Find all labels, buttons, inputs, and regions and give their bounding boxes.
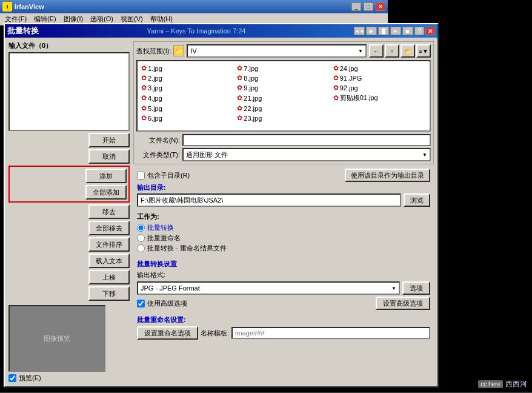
- file-item[interactable]: ✿91.JPG: [332, 73, 427, 82]
- app-min-btn[interactable]: _: [351, 2, 361, 11]
- media-next-btn[interactable]: ►: [390, 27, 401, 35]
- dialog-help-btn[interactable]: ?: [414, 27, 424, 35]
- dialog-titlebar: 批量转换 Yanni – Keys To Imagination 7:24 ◄◄…: [5, 24, 437, 38]
- format-arrow-icon: ▼: [391, 286, 396, 291]
- current-folder-text: IV: [190, 47, 196, 55]
- nav-new-folder-btn[interactable]: 📂: [401, 44, 415, 58]
- btn-sort-row: 文件排序: [8, 237, 130, 252]
- file-item[interactable]: ✿21.jpg: [236, 93, 331, 103]
- file-item: [332, 104, 427, 113]
- use-advanced-label: 使用高级选项: [147, 299, 187, 308]
- use-as-output-button[interactable]: 使用该目录作为输出目录: [345, 169, 430, 182]
- nav-view-btn[interactable]: ≡▼: [416, 44, 431, 58]
- start-button[interactable]: 开始: [88, 133, 130, 147]
- radio-batch-rename-label: 批量重命名: [147, 233, 181, 243]
- media-prev-btn[interactable]: ◄◄: [354, 27, 365, 35]
- sort-button[interactable]: 文件排序: [88, 237, 130, 252]
- file-item[interactable]: ✿5.jpg: [140, 104, 235, 113]
- add-button[interactable]: 添加: [85, 169, 127, 183]
- nav-back-btn[interactable]: ←: [369, 44, 384, 58]
- dialog-music: Yanni – Keys To Imagination 7:24: [39, 27, 354, 35]
- format-label: 输出格式:: [137, 271, 165, 278]
- include-subdir-checkbox[interactable]: [137, 172, 145, 180]
- file-item[interactable]: ✿4.jpg: [140, 93, 235, 103]
- radio-batch-rename-input[interactable]: [137, 234, 145, 242]
- file-item[interactable]: ✿1.jpg: [140, 64, 235, 73]
- input-files-title: 输入文件（0）: [8, 41, 130, 50]
- filename-input[interactable]: [182, 134, 431, 146]
- btn-cancel-row: 取消: [8, 149, 130, 164]
- subdir-check-group: 包含子目录(R): [137, 171, 190, 180]
- nav-buttons: ← ↑ 📂 ≡▼: [369, 44, 431, 58]
- browse-button[interactable]: 浏览: [404, 193, 430, 207]
- use-advanced-checkbox[interactable]: [137, 300, 145, 307]
- filetype-select[interactable]: 通用图形 文件 ▼: [182, 148, 431, 161]
- include-subdir-label: 包含子目录(R): [147, 171, 190, 180]
- radio-batch-convert-rename-label: 批量转换 - 重命名结果文件: [147, 244, 227, 253]
- nav-up-btn[interactable]: ↑: [385, 44, 399, 58]
- btn-remove-all-row: 全部移去: [8, 221, 130, 235]
- image-preview-area: 图像预览: [8, 305, 105, 372]
- advanced-settings-button[interactable]: 设置高级选项: [376, 297, 430, 310]
- file-item[interactable]: ✿92.jpg: [332, 83, 427, 92]
- app-close-btn[interactable]: ✕: [376, 2, 385, 11]
- app-title: IrfanView: [15, 3, 349, 10]
- btn-remove-row: 移去: [8, 204, 130, 219]
- filename-label: 文件名(N):: [136, 136, 180, 145]
- cancel-button[interactable]: 取消: [88, 149, 130, 164]
- file-item[interactable]: ✿6.jpg: [140, 113, 235, 123]
- radio-batch-convert: 批量转换: [137, 223, 430, 232]
- batch-settings-title: 批量转换设置: [137, 260, 430, 269]
- output-dir-row: 浏览: [137, 193, 430, 207]
- work-title: 工作为:: [137, 212, 430, 221]
- dropdown-arrow-icon: ▼: [358, 49, 363, 54]
- dialog-title: 批量转换: [7, 25, 39, 36]
- right-panel: 查找范围(I): 📁 IV ▼ ← ↑ 📂 ≡▼: [133, 41, 434, 383]
- filename-row: 文件名(N):: [136, 134, 431, 146]
- file-item[interactable]: ✿24.jpg: [332, 64, 427, 73]
- file-item[interactable]: ✿23.jpg: [236, 113, 331, 123]
- filetype-arrow-icon: ▼: [422, 152, 427, 158]
- file-item[interactable]: ✿22.jpg: [236, 104, 331, 113]
- app-icon: I: [2, 2, 12, 12]
- batch-dialog: 批量转换 Yanni – Keys To Imagination 7:24 ◄◄…: [4, 23, 439, 388]
- radio-batch-convert-input[interactable]: [137, 224, 145, 232]
- load-text-button[interactable]: 载入文本: [88, 254, 130, 268]
- use-advanced-checkbox-group: 使用高级选项: [137, 299, 187, 308]
- file-item[interactable]: ✿7.jpg: [236, 64, 331, 73]
- move-down-button[interactable]: 下移: [88, 286, 130, 301]
- remove-button[interactable]: 移去: [88, 204, 130, 219]
- folder-icon: 📁: [173, 45, 184, 56]
- file-item: [332, 113, 427, 123]
- media-pause-btn[interactable]: ▐▌: [378, 27, 389, 35]
- path-dropdown[interactable]: IV ▼: [187, 44, 367, 58]
- media-stop-btn[interactable]: ⏹: [402, 27, 413, 35]
- btn-start-row: 开始: [8, 133, 130, 147]
- cc-badge: cc here: [478, 380, 503, 388]
- rename-options-button[interactable]: 设置重命名选项: [137, 326, 198, 340]
- preview-checkbox[interactable]: [8, 374, 16, 382]
- template-input[interactable]: [231, 327, 430, 339]
- rename-row: 设置重命名选项 名称模板:: [137, 326, 430, 340]
- file-item[interactable]: ✿8.jpg: [236, 73, 331, 82]
- dialog-close-btn[interactable]: ✕: [425, 27, 435, 35]
- media-play-btn[interactable]: ▶: [366, 27, 377, 35]
- file-item[interactable]: ✿3.jpg: [140, 83, 235, 92]
- move-up-button[interactable]: 上移: [88, 270, 130, 284]
- app-max-btn[interactable]: □: [364, 2, 373, 11]
- radio-batch-convert-rename: 批量转换 - 重命名结果文件: [137, 244, 430, 253]
- format-select[interactable]: JPG - JPEG Format ▼: [137, 281, 400, 295]
- btn-movedown-row: 下移: [8, 286, 130, 301]
- file-item[interactable]: ✿剪贴板01.jpg: [332, 93, 427, 103]
- radio-batch-rename: 批量重命名: [137, 233, 430, 243]
- file-item[interactable]: ✿9.jpg: [236, 83, 331, 92]
- file-item[interactable]: ✿2.jpg: [140, 73, 235, 82]
- rename-settings-section: 批量重命名设置: 设置重命名选项 名称模板:: [133, 314, 434, 342]
- output-dir-input[interactable]: [137, 193, 401, 207]
- add-all-button[interactable]: 全部添加: [85, 185, 127, 200]
- left-panel: 输入文件（0） 开始 取消 添加 全部添加 移去 全部移去: [8, 41, 130, 383]
- radio-batch-convert-label: 批量转换: [147, 223, 174, 232]
- radio-batch-convert-rename-input[interactable]: [137, 244, 145, 252]
- format-options-button[interactable]: 选项: [402, 281, 430, 295]
- remove-all-button[interactable]: 全部移去: [88, 221, 130, 235]
